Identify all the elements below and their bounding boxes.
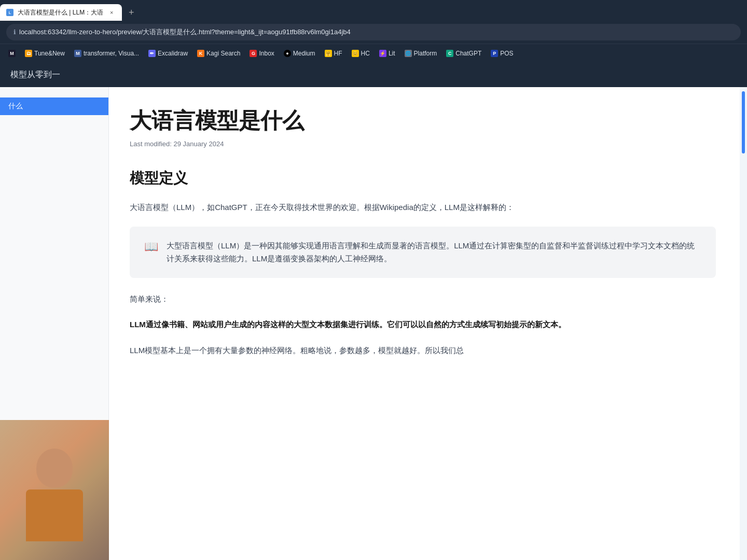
- bookmark-hf-favicon: 🤗: [325, 50, 332, 57]
- bookmarks-bar: M 🗂 Tune&New M transformer, Visua... ✏ E…: [0, 44, 747, 62]
- url-text: localhost:63342/llm-zero-to-hero/preview…: [19, 27, 351, 37]
- tab-bar: L 大语言模型是什么 | LLM：大语 × +: [0, 0, 747, 21]
- bookmark-chatgpt-label: ChatGPT: [455, 50, 481, 57]
- scrollbar[interactable]: [740, 87, 747, 560]
- bookmark-kagi-label: Kagi Search: [206, 50, 240, 57]
- bold-paragraph: LLM通过像书籍、网站或用户生成的内容这样的大型文本数据集进行训练。它们可以以自…: [130, 318, 716, 331]
- bookmark-chatgpt-favicon: C: [446, 50, 453, 57]
- bookmark-hc-label: HC: [361, 50, 370, 57]
- svg-text:L: L: [9, 11, 11, 15]
- site-header: 模型从零到一: [0, 62, 747, 87]
- bookmark-lit-label: Lit: [389, 50, 395, 57]
- bookmark-m[interactable]: M: [4, 48, 20, 59]
- paragraph1: 大语言模型（LLM），如ChatGPT，正在今天取得技术世界的欢迎。根据Wiki…: [130, 201, 716, 214]
- sidebar-item-label: 什么: [8, 102, 23, 110]
- bookmark-pos[interactable]: P POS: [487, 48, 517, 59]
- blockquote-icon: 📖: [144, 240, 158, 265]
- bookmark-hc[interactable]: 😊 HC: [348, 48, 374, 59]
- person-silhouette: [23, 449, 86, 531]
- bookmark-transformer-favicon: M: [74, 50, 81, 57]
- new-tab-button[interactable]: +: [124, 5, 139, 20]
- bookmark-chatgpt[interactable]: C ChatGPT: [442, 48, 486, 59]
- bookmark-kagi[interactable]: K Kagi Search: [193, 48, 244, 59]
- bookmark-platform[interactable]: 🌐 Platform: [400, 48, 441, 59]
- address-bar: ℹ localhost:63342/llm-zero-to-hero/previ…: [0, 21, 747, 44]
- bookmark-lit[interactable]: ⚡ Lit: [375, 48, 399, 59]
- url-input[interactable]: ℹ localhost:63342/llm-zero-to-hero/previ…: [6, 24, 741, 40]
- bookmark-excalidraw-favicon: ✏: [148, 50, 156, 57]
- bookmark-medium-label: Medium: [293, 50, 315, 57]
- person-body: [26, 489, 83, 541]
- bookmark-platform-favicon: 🌐: [405, 50, 412, 57]
- bookmark-medium-favicon: ●: [284, 50, 291, 57]
- bookmark-transformer-label: transformer, Visua...: [84, 50, 139, 57]
- person-head: [36, 449, 73, 487]
- tab-title: 大语言模型是什么 | LLM：大语: [18, 8, 103, 17]
- section1-title: 模型定义: [130, 169, 716, 188]
- bookmark-platform-label: Platform: [414, 50, 437, 57]
- bookmark-hf-label: HF: [334, 50, 342, 57]
- bookmark-tune-label: Tune&New: [34, 50, 65, 57]
- bookmark-pos-label: POS: [500, 50, 513, 57]
- simple-intro: 简单来说：: [130, 292, 716, 306]
- active-tab[interactable]: L 大语言模型是什么 | LLM：大语 ×: [0, 4, 122, 21]
- bookmark-medium[interactable]: ● Medium: [280, 48, 320, 59]
- article-main: 大语言模型是什么 Last modified: 29 January 2024 …: [109, 87, 747, 560]
- sidebar: 什么: [0, 87, 109, 560]
- bookmark-excalidraw-label: Excalidraw: [158, 50, 188, 57]
- article-last-modified: Last modified: 29 January 2024: [130, 140, 716, 148]
- blockquote-text: 大型语言模型（LLM）是一种因其能够实现通用语言理解和生成而显著的语言模型。LL…: [167, 239, 701, 265]
- article-title: 大语言模型是什么: [130, 108, 716, 134]
- bookmark-pos-favicon: P: [491, 50, 498, 57]
- bookmark-tune-new[interactable]: 🗂 Tune&New: [21, 48, 69, 59]
- paragraph2: LLM模型基本上是一个拥有大量参数的神经网络。粗略地说，参数越多，模型就越好。所…: [130, 344, 716, 357]
- sidebar-item-active[interactable]: 什么: [0, 97, 108, 115]
- blockquote-box: 📖 大型语言模型（LLM）是一种因其能够实现通用语言理解和生成而显著的语言模型。…: [130, 227, 716, 278]
- scrollbar-thumb[interactable]: [742, 91, 745, 153]
- bookmark-inbox-favicon: G: [250, 50, 257, 57]
- bookmark-inbox-label: Inbox: [259, 50, 274, 57]
- bookmark-tune-favicon: 🗂: [25, 50, 32, 57]
- tab-close-button[interactable]: ×: [107, 8, 116, 17]
- bookmark-lit-favicon: ⚡: [379, 50, 386, 57]
- bookmark-hc-favicon: 😊: [352, 50, 359, 57]
- video-person: [0, 420, 109, 560]
- bookmark-hf[interactable]: 🤗 HF: [321, 48, 347, 59]
- tab-favicon: L: [6, 9, 13, 16]
- site-header-title: 模型从零到一: [10, 69, 60, 80]
- bookmark-excalidraw[interactable]: ✏ Excalidraw: [144, 48, 192, 59]
- bookmark-kagi-favicon: K: [197, 50, 204, 57]
- info-icon: ℹ: [13, 29, 16, 36]
- video-overlay: [0, 420, 109, 560]
- bookmark-inbox[interactable]: G Inbox: [245, 48, 278, 59]
- bookmark-transformer[interactable]: M transformer, Visua...: [70, 48, 143, 59]
- bookmark-m-favicon: M: [8, 50, 16, 57]
- content-wrapper: 什么 大语言模型是什么 Last modified: 29 January 20…: [0, 87, 747, 560]
